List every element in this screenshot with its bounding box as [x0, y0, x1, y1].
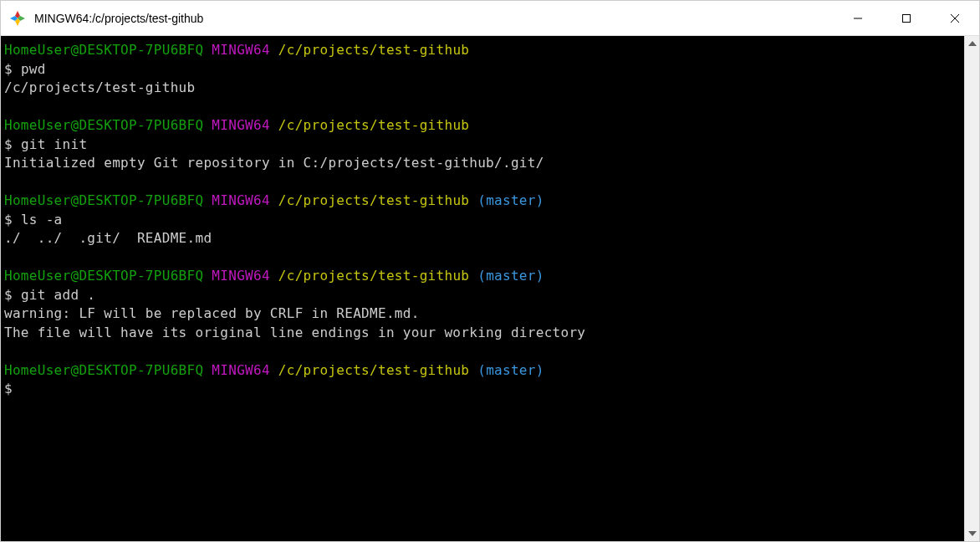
env-label: MINGW64 [212, 42, 270, 58]
blank-line [4, 98, 961, 117]
prompt-dollar: $ [4, 136, 13, 152]
user-host: HomeUser@DESKTOP-7PU6BFQ [4, 117, 203, 133]
user-host: HomeUser@DESKTOP-7PU6BFQ [4, 192, 203, 208]
output-line: /c/projects/test-github [4, 79, 961, 98]
prompt-dollar: $ [4, 212, 13, 228]
output-line: Initialized empty Git repository in C:/p… [4, 154, 961, 173]
user-host: HomeUser@DESKTOP-7PU6BFQ [4, 362, 203, 378]
env-label: MINGW64 [212, 268, 270, 284]
svg-marker-8 [968, 41, 977, 46]
git-branch: (master) [477, 268, 544, 284]
app-icon [9, 10, 26, 27]
command-line: $ [4, 380, 961, 399]
git-branch: (master) [477, 192, 544, 208]
scrollbar[interactable] [964, 36, 979, 541]
command-line: $ git init [4, 136, 961, 155]
command-line: $ git add . [4, 286, 961, 305]
cwd-path: /c/projects/test-github [278, 362, 469, 378]
svg-rect-5 [903, 14, 911, 22]
prompt-line: HomeUser@DESKTOP-7PU6BFQ MINGW64 /c/proj… [4, 361, 961, 381]
git-branch: (master) [477, 362, 544, 378]
prompt-dollar: $ [4, 61, 13, 77]
user-host: HomeUser@DESKTOP-7PU6BFQ [4, 42, 203, 58]
svg-marker-9 [968, 531, 977, 536]
command-line: $ pwd [4, 60, 961, 79]
close-button[interactable] [931, 1, 979, 35]
prompt-line: HomeUser@DESKTOP-7PU6BFQ MINGW64 /c/proj… [4, 267, 961, 286]
prompt-line: HomeUser@DESKTOP-7PU6BFQ MINGW64 /c/proj… [4, 192, 961, 211]
prompt-line: HomeUser@DESKTOP-7PU6BFQ MINGW64 /c/proj… [4, 116, 961, 136]
prompt-dollar: $ [4, 287, 13, 303]
output-line: ./ ../ .git/ README.md [4, 229, 961, 248]
terminal-container: HomeUser@DESKTOP-7PU6BFQ MINGW64 /c/proj… [1, 36, 979, 541]
minimize-button[interactable] [834, 1, 882, 35]
command-text: ls -a [21, 212, 63, 228]
cwd-path: /c/projects/test-github [278, 268, 469, 284]
scroll-up-arrow[interactable] [965, 36, 979, 51]
window-frame: MINGW64:/c/projects/test-github HomeUser… [0, 0, 980, 542]
blank-line [4, 173, 961, 192]
output-line: The file will have its original line end… [4, 324, 961, 343]
titlebar[interactable]: MINGW64:/c/projects/test-github [1, 1, 979, 36]
terminal-output[interactable]: HomeUser@DESKTOP-7PU6BFQ MINGW64 /c/proj… [1, 36, 964, 541]
command-text: git add . [21, 287, 95, 303]
user-host: HomeUser@DESKTOP-7PU6BFQ [4, 268, 203, 284]
command-text: pwd [21, 61, 46, 77]
cwd-path: /c/projects/test-github [278, 192, 469, 208]
env-label: MINGW64 [212, 117, 270, 133]
maximize-button[interactable] [882, 1, 931, 35]
command-text: git init [21, 136, 87, 152]
prompt-dollar: $ [4, 381, 13, 396]
output-line: warning: LF will be replaced by CRLF in … [4, 304, 961, 324]
scroll-down-arrow[interactable] [965, 526, 979, 541]
blank-line [4, 248, 961, 268]
blank-line [4, 342, 961, 361]
cwd-path: /c/projects/test-github [278, 117, 469, 133]
env-label: MINGW64 [212, 362, 270, 378]
cwd-path: /c/projects/test-github [278, 42, 469, 58]
prompt-line: HomeUser@DESKTOP-7PU6BFQ MINGW64 /c/proj… [4, 41, 961, 60]
window-controls [834, 1, 979, 35]
env-label: MINGW64 [212, 192, 270, 208]
command-line: $ ls -a [4, 211, 961, 230]
window-title: MINGW64:/c/projects/test-github [34, 12, 834, 25]
